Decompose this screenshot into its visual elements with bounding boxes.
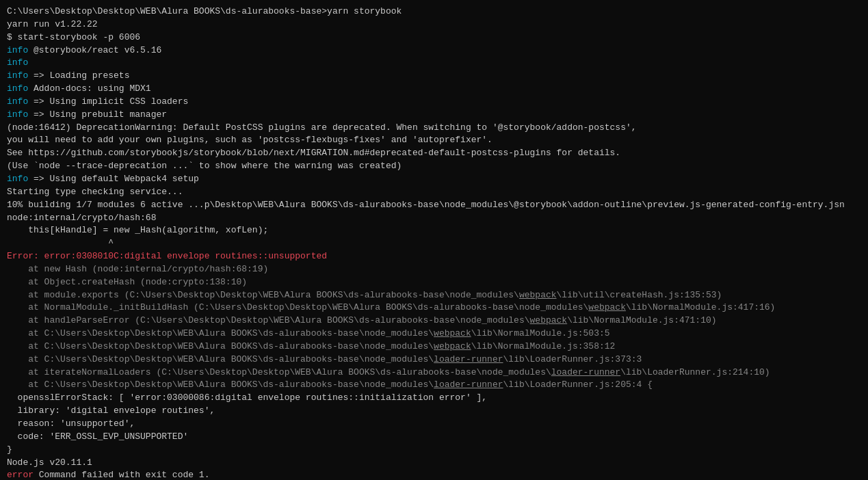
- terminal-line: info @storybook/react v6.5.16: [7, 44, 861, 57]
- terminal-line: at C:\Users\Desktop\Desktop\WEB\Alura BO…: [7, 379, 861, 392]
- terminal-line: 10% building 1/7 modules 6 active ...p\D…: [7, 199, 861, 212]
- terminal-line: Node.js v20.11.1: [7, 457, 861, 470]
- terminal-line: }: [7, 444, 861, 457]
- terminal-line: you will need to add your own plugins, s…: [7, 134, 861, 147]
- terminal-line: this[kHandle] = new _Hash(algorithm, xof…: [7, 224, 861, 237]
- terminal-line: opensslErrorStack: [ 'error:03000086:dig…: [7, 392, 861, 405]
- terminal-line: Starting type checking service...: [7, 186, 861, 199]
- terminal-line: at C:\Users\Desktop\Desktop\WEB\Alura BO…: [7, 341, 861, 354]
- terminal-line: See https://github.com/storybookjs/story…: [7, 147, 861, 160]
- terminal-line: info => Using implicit CSS loaders: [7, 96, 861, 109]
- terminal-line: info => Using default Webpack4 setup: [7, 173, 861, 186]
- terminal-line: yarn run v1.22.22: [7, 18, 861, 31]
- terminal-line: at module.exports (C:\Users\Desktop\Desk…: [7, 289, 861, 302]
- terminal-line: at C:\Users\Desktop\Desktop\WEB\Alura BO…: [7, 328, 861, 341]
- terminal-line: reason: 'unsupported',: [7, 418, 861, 431]
- terminal-line: at handleParseError (C:\Users\Desktop\De…: [7, 315, 861, 328]
- terminal-line: at Object.createHash (node:crypto:138:10…: [7, 276, 861, 289]
- terminal-line: $ start-storybook -p 6006: [7, 31, 861, 44]
- terminal-line: at C:\Users\Desktop\Desktop\WEB\Alura BO…: [7, 354, 861, 366]
- terminal-line: error Command failed with exit code 1.: [7, 469, 861, 480]
- terminal-line: library: 'digital envelope routines',: [7, 405, 861, 418]
- terminal-line: code: 'ERR_OSSL_EVP_UNSUPPORTED': [7, 431, 861, 444]
- terminal-line: info => Loading presets: [7, 70, 861, 83]
- terminal-line: at iterateNormalLoaders (C:\Users\Deskto…: [7, 366, 861, 379]
- terminal-line: info: [7, 57, 861, 70]
- terminal-line: node:internal/crypto/hash:68: [7, 212, 861, 225]
- terminal-line: info => Using prebuilt manager: [7, 109, 861, 122]
- terminal-window: C:\Users\Desktop\Desktop\WEB\Alura BOOKS…: [7, 5, 861, 480]
- terminal-line: at NormalModule._initBuildHash (C:\Users…: [7, 302, 861, 315]
- terminal-line: (node:16412) DeprecationWarning: Default…: [7, 122, 861, 135]
- terminal-line: C:\Users\Desktop\Desktop\WEB\Alura BOOKS…: [7, 5, 861, 18]
- terminal-line: at new Hash (node:internal/crypto/hash:6…: [7, 263, 861, 276]
- terminal-line: Error: error:0308010C:digital envelope r…: [7, 250, 861, 263]
- terminal-line: info Addon-docs: using MDX1: [7, 83, 861, 96]
- terminal-line: (Use `node --trace-deprecation ...` to s…: [7, 160, 861, 173]
- terminal-line: ^: [7, 237, 861, 250]
